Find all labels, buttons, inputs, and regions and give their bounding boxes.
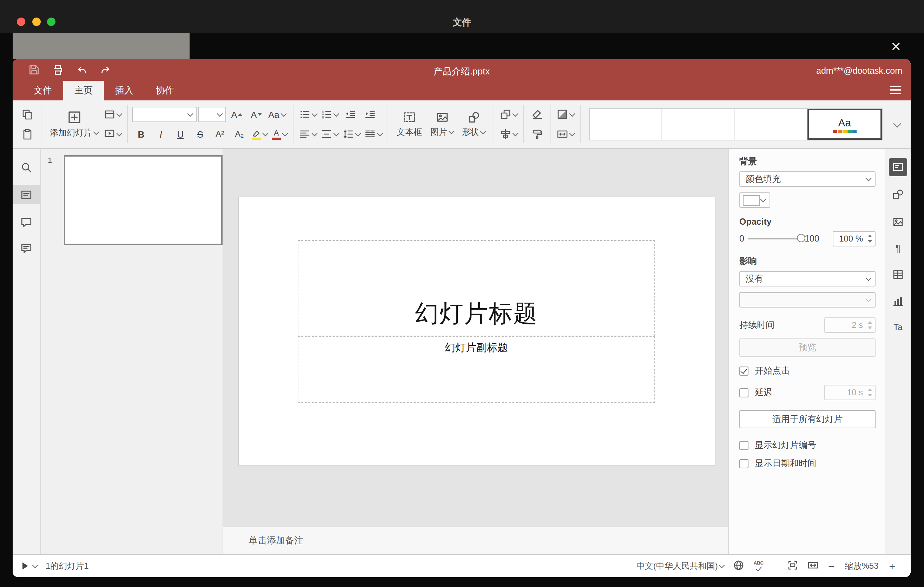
duration-spinner[interactable]: 2 s (824, 317, 876, 333)
notes-area[interactable]: 单击添加备注 (223, 527, 728, 554)
decrease-font-icon[interactable]: A (247, 107, 266, 122)
slide-size-icon[interactable] (555, 126, 576, 142)
delay-spinner[interactable]: 10 s (824, 385, 876, 400)
undo-icon[interactable] (73, 61, 90, 78)
opacity-slider[interactable] (748, 238, 801, 239)
effect-select[interactable]: 没有 (739, 271, 876, 287)
theme-thumbnail[interactable] (590, 109, 662, 140)
apply-to-all-button[interactable]: 适用于所有幻灯片 (739, 410, 876, 428)
decrease-indent-icon[interactable] (341, 107, 360, 122)
fit-slide-icon[interactable] (787, 559, 799, 572)
show-date-time-checkbox[interactable] (739, 459, 749, 468)
insert-shape-button[interactable]: 形状 (458, 110, 489, 138)
table-settings-icon[interactable] (889, 265, 907, 284)
font-color-icon[interactable]: A (270, 126, 289, 142)
increase-indent-icon[interactable] (361, 107, 379, 122)
chat-icon[interactable] (13, 238, 40, 258)
slider-knob[interactable] (797, 234, 805, 242)
globe-icon[interactable] (733, 559, 744, 572)
strikethrough-button[interactable]: S (191, 126, 209, 142)
effect-variant-select[interactable] (739, 292, 876, 308)
clear-style-icon[interactable] (528, 107, 546, 122)
subscript-button[interactable]: A₂ (230, 126, 249, 142)
add-slide-button[interactable]: 添加幻灯片 (46, 110, 102, 139)
duration-value: 2 s (852, 320, 863, 330)
menu-icon[interactable] (890, 86, 901, 94)
image-settings-icon[interactable] (889, 213, 907, 231)
app-header: 产品介绍.pptx adm***@dootask.com 文件 主页 插入 协作 (13, 59, 911, 101)
tab-file[interactable]: 文件 (23, 81, 63, 101)
save-icon[interactable] (25, 61, 42, 78)
comments-icon[interactable] (13, 212, 40, 232)
start-on-click-checkbox[interactable] (739, 366, 749, 376)
opacity-spinner[interactable]: 100 % (833, 231, 876, 246)
font-size-select[interactable] (198, 107, 226, 122)
theme-thumbnail[interactable] (662, 109, 735, 140)
numbered-list-icon[interactable] (320, 107, 340, 122)
slide-canvas[interactable]: 幻灯片标题 幻灯片副标题 (223, 149, 728, 527)
italic-button[interactable]: I (152, 126, 170, 142)
subtitle-placeholder[interactable]: 幻灯片副标题 (298, 336, 655, 403)
theme-gallery-expand-icon[interactable] (887, 117, 905, 132)
document-title: 产品介绍.pptx (237, 59, 686, 81)
copy-icon[interactable] (18, 107, 36, 122)
slide[interactable]: 幻灯片标题 幻灯片副标题 (239, 197, 715, 465)
slide-settings-icon[interactable] (889, 158, 907, 176)
paragraph-settings-icon[interactable]: ¶ (889, 239, 907, 257)
zoom-out-button[interactable]: − (828, 560, 835, 572)
underline-button[interactable]: U (171, 126, 190, 142)
print-icon[interactable] (49, 61, 66, 78)
background-label: 背景 (739, 156, 876, 168)
line-spacing-icon[interactable] (341, 126, 361, 142)
slides-panel-icon[interactable] (13, 185, 40, 204)
close-icon[interactable]: × (886, 36, 906, 56)
align-shapes-icon[interactable] (498, 126, 519, 142)
bold-button[interactable]: B (132, 126, 150, 142)
increase-font-icon[interactable]: A (228, 107, 246, 122)
theme-preview-text: Aa (838, 116, 851, 128)
theme-thumbnail[interactable] (735, 109, 807, 140)
color-scheme-icon[interactable] (555, 107, 576, 122)
arrange-shapes-icon[interactable] (498, 107, 519, 122)
columns-icon[interactable] (363, 126, 383, 142)
redo-icon[interactable] (97, 61, 114, 78)
start-slideshow-icon[interactable] (102, 126, 123, 142)
change-case-icon[interactable]: Aa (267, 107, 287, 122)
slide-layout-icon[interactable] (102, 107, 123, 122)
start-slideshow-status-button[interactable] (23, 562, 37, 569)
language-select[interactable]: 中文(中华人民共和国) (637, 560, 724, 572)
preview-button[interactable]: 预览 (739, 338, 876, 357)
title-placeholder[interactable]: 幻灯片标题 (298, 240, 655, 336)
highlight-color-icon[interactable] (250, 126, 269, 142)
tab-collaboration[interactable]: 协作 (145, 81, 185, 101)
fill-type-select[interactable]: 颜色填充 (739, 171, 876, 187)
theme-thumbnail-selected[interactable]: Aa (807, 109, 882, 140)
arrange-group (498, 107, 519, 142)
superscript-button[interactable]: A² (211, 126, 229, 142)
tab-home[interactable]: 主页 (63, 81, 104, 101)
horizontal-align-icon[interactable] (298, 126, 318, 142)
search-icon[interactable] (13, 157, 40, 177)
tab-insert[interactable]: 插入 (104, 81, 145, 101)
delay-checkbox[interactable] (739, 388, 749, 397)
shape-settings-icon[interactable] (889, 185, 907, 204)
fill-color-select[interactable] (739, 192, 770, 208)
paste-icon[interactable] (18, 126, 36, 142)
insert-textbox-button[interactable]: 文本框 (393, 110, 426, 138)
bullet-list-icon[interactable] (298, 107, 318, 122)
slide-thumbnail[interactable] (64, 155, 223, 245)
font-name-select[interactable] (132, 107, 196, 122)
fit-width-icon[interactable] (808, 559, 819, 572)
spellcheck-icon[interactable]: ABC (754, 561, 764, 571)
show-slide-number-checkbox[interactable] (739, 441, 749, 450)
start-on-click-row: 开始点击 (739, 365, 876, 377)
copy-style-icon[interactable] (528, 126, 546, 142)
insert-image-button[interactable]: 图片 (426, 110, 458, 138)
effect-label: 影响 (739, 256, 876, 267)
slide-appearance-group (555, 107, 576, 142)
image-label: 图片 (431, 126, 447, 138)
vertical-align-icon[interactable] (320, 126, 340, 142)
chart-settings-icon[interactable] (889, 292, 907, 310)
zoom-in-button[interactable]: + (889, 560, 895, 572)
textart-settings-icon[interactable]: Ta (889, 318, 907, 336)
